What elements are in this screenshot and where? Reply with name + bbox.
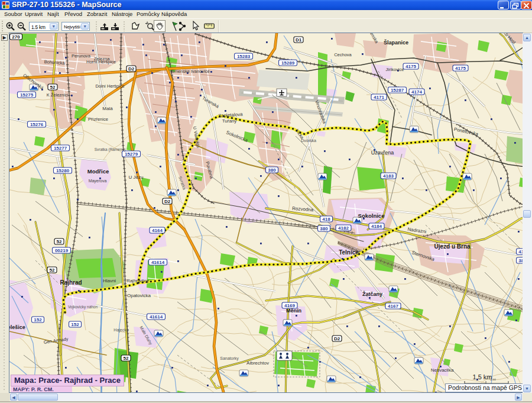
svg-text:152: 152 xyxy=(71,322,79,327)
svg-text:15280: 15280 xyxy=(56,168,70,173)
svg-text:D1: D1 xyxy=(296,37,302,43)
svg-text:15289: 15289 xyxy=(281,60,295,66)
svg-text:15283: 15283 xyxy=(237,54,251,59)
svg-text:Perunova: Perunova xyxy=(72,53,91,59)
svg-text:1.5 km: 1.5 km xyxy=(472,373,492,381)
svg-text:Šlapanice: Šlapanice xyxy=(384,39,408,46)
svg-text:Mayerova: Mayerova xyxy=(89,179,107,183)
svg-text:Dvorska: Dvorska xyxy=(301,138,316,143)
svg-text:Zelezna: Zelezna xyxy=(94,56,111,62)
svg-text:Želešice: Želešice xyxy=(9,324,25,330)
svg-text:4175: 4175 xyxy=(406,64,416,69)
svg-text:380: 380 xyxy=(518,258,523,263)
svg-text:Sokolnice: Sokolnice xyxy=(358,212,385,219)
svg-text:1 mi: 1 mi xyxy=(490,378,495,381)
svg-text:Dolní Heršpice: Dolní Heršpice xyxy=(95,83,124,89)
svg-text:Jirikovice: Jirikovice xyxy=(386,67,404,72)
svg-text:41614: 41614 xyxy=(151,260,165,265)
svg-text:D2: D2 xyxy=(128,66,135,72)
svg-text:4174: 4174 xyxy=(411,89,422,95)
svg-text:Přízřenice: Přízřenice xyxy=(88,117,108,122)
svg-text:380: 380 xyxy=(320,226,328,231)
svg-text:Rajhrad: Rajhrad xyxy=(60,279,82,286)
svg-text:15277: 15277 xyxy=(54,146,67,151)
svg-text:418: 418 xyxy=(322,217,330,222)
svg-text:52: 52 xyxy=(57,239,62,244)
svg-text:Hajecko: Hajecko xyxy=(113,328,128,333)
svg-text:Sanatorky: Sanatorky xyxy=(220,356,239,361)
svg-text:D2: D2 xyxy=(164,199,171,204)
svg-text:15275: 15275 xyxy=(20,92,34,98)
svg-text:Opatovicka: Opatovicka xyxy=(127,293,151,298)
svg-text:52: 52 xyxy=(124,356,129,361)
svg-text:K Železnici: K Železnici xyxy=(47,92,69,98)
svg-text:Malá: Malá xyxy=(102,106,113,111)
svg-text:Rajhradice: Rajhradice xyxy=(126,278,150,283)
svg-text:Měnín: Měnín xyxy=(286,308,301,314)
svg-text:Nesvacilka: Nesvacilka xyxy=(431,367,454,373)
svg-text:4175: 4175 xyxy=(455,66,466,71)
svg-text:418: 418 xyxy=(518,249,523,254)
svg-text:4182: 4182 xyxy=(338,225,349,231)
svg-text:Cechova: Cechova xyxy=(334,52,352,57)
svg-text:Žatčany: Žatčany xyxy=(362,291,382,297)
svg-text:4171: 4171 xyxy=(374,95,384,100)
svg-text:15276: 15276 xyxy=(30,122,44,127)
svg-text:Uzavřena: Uzavřena xyxy=(371,150,394,156)
svg-text:270: 270 xyxy=(12,34,20,40)
svg-text:4183: 4183 xyxy=(383,173,394,179)
svg-text:Modřice: Modřice xyxy=(87,168,109,175)
svg-text:00219: 00219 xyxy=(55,248,69,253)
svg-text:41614: 41614 xyxy=(150,314,163,320)
svg-text:4184: 4184 xyxy=(371,224,382,229)
svg-text:380: 380 xyxy=(268,167,276,173)
svg-text:4164: 4164 xyxy=(152,228,163,233)
svg-text:15287: 15287 xyxy=(391,88,404,93)
svg-text:D2: D2 xyxy=(334,336,340,341)
svg-text:Tuřany: Tuřany xyxy=(222,118,237,124)
svg-text:52: 52 xyxy=(50,85,56,90)
svg-text:Telnice: Telnice xyxy=(339,249,359,256)
svg-text:Albrechtov: Albrechtov xyxy=(246,360,269,366)
svg-text:Vojkovicky náhon: Vojkovicky náhon xyxy=(68,305,98,309)
svg-text:Hlavni: Hlavni xyxy=(103,278,116,283)
svg-text:Svratka (Rameno): Svratka (Rameno) xyxy=(95,147,126,152)
svg-text:Brnenske Ivanovice: Brnenske Ivanovice xyxy=(171,69,209,74)
svg-text:U Jezu: U Jezu xyxy=(129,175,144,180)
svg-text:152: 152 xyxy=(34,317,42,323)
svg-text:Újezd u Brna: Újezd u Brna xyxy=(434,243,471,250)
svg-text:52: 52 xyxy=(50,267,55,273)
svg-text:15279: 15279 xyxy=(125,151,138,157)
svg-text:4167: 4167 xyxy=(388,304,398,309)
